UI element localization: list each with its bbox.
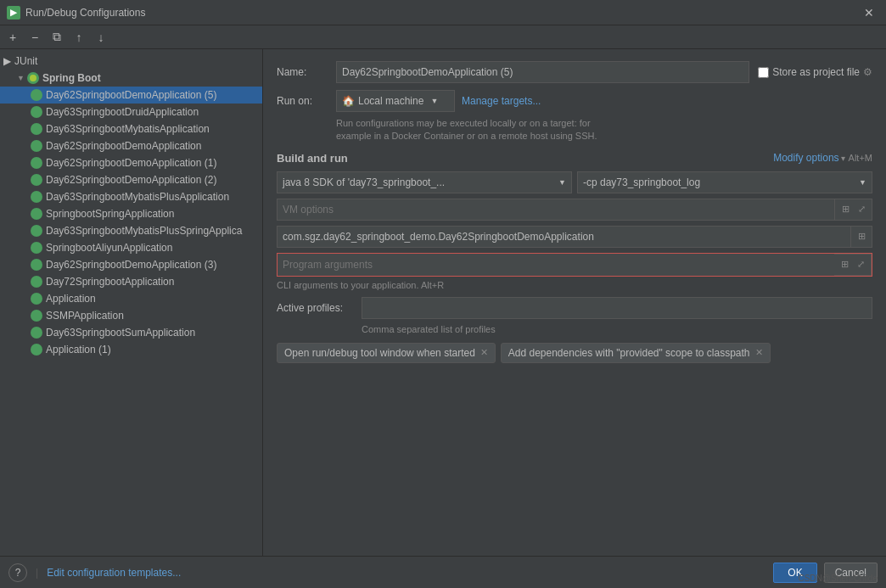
watermark: CSDN@Shen-Childe xyxy=(798,574,878,583)
main-class-icons: ⊞ xyxy=(851,226,872,248)
item-1-label: Day63SpringbootDruidApplication xyxy=(46,106,199,118)
main-class-input[interactable] xyxy=(277,226,851,248)
springboot-group-label: Spring Boot xyxy=(42,72,101,84)
tag-1: Add dependencies with "provided" scope t… xyxy=(501,343,771,363)
sidebar-item-6[interactable]: Day63SpringbootMybatisPlusApplication xyxy=(0,188,262,205)
close-button[interactable]: ✕ xyxy=(859,4,879,21)
sidebar-item-9[interactable]: SpringbootAliyunApplication xyxy=(0,239,262,256)
run-on-select[interactable]: 🏠 Local machine ▼ xyxy=(336,90,455,112)
sidebar-item-13[interactable]: SSMPApplication xyxy=(0,307,262,324)
move-up-button[interactable]: ↑ xyxy=(70,28,88,47)
vm-expand2-icon[interactable]: ⤢ xyxy=(855,203,868,216)
tag-0: Open run/debug tool window when started … xyxy=(277,343,496,363)
sdk-select[interactable]: java 8 SDK of 'day73_springboot_... ▼ xyxy=(277,171,572,193)
build-run-title: Build and run xyxy=(277,152,348,165)
profiles-hint: Comma separated list of profiles xyxy=(362,324,872,334)
sidebar-item-springboot-group[interactable]: ▼ Spring Boot xyxy=(0,70,262,87)
item-1-icon xyxy=(31,106,42,118)
item-0-icon xyxy=(31,89,42,101)
house-icon: 🏠 xyxy=(342,95,355,107)
name-row: Name: Store as project file ⚙ xyxy=(277,61,872,83)
item-7-label: SpringbootSpringApplication xyxy=(46,208,174,220)
sidebar-item-1[interactable]: Day63SpringbootDruidApplication xyxy=(0,104,262,120)
sidebar-item-4[interactable]: Day62SpringbootDemoApplication (1) xyxy=(0,154,262,171)
modify-arrow: ▾ xyxy=(841,154,845,163)
copy-config-button[interactable]: ⧉ xyxy=(48,28,66,47)
add-config-button[interactable]: + xyxy=(3,28,22,47)
sdk-value: java 8 SDK of 'day73_springboot_... xyxy=(283,176,445,188)
item-11-label: Day72SpringbootApplication xyxy=(46,276,174,288)
tag-0-close[interactable]: ✕ xyxy=(480,347,488,358)
item-6-label: Day63SpringbootMybatisPlusApplication xyxy=(46,191,229,203)
item-10-label: Day62SpringbootDemoApplication (3) xyxy=(46,259,216,271)
toolbar: + − ⧉ ↑ ↓ xyxy=(0,25,886,49)
sidebar-item-11[interactable]: Day72SpringbootApplication xyxy=(0,273,262,290)
sidebar-item-junit[interactable]: ▶ JUnit xyxy=(0,53,262,70)
program-args-icons: ⊞ ⤢ xyxy=(834,254,872,276)
sidebar-item-5[interactable]: Day62SpringbootDemoApplication (2) xyxy=(0,171,262,188)
item-8-label: Day63SpringbootMybatisPlusSpringApplica xyxy=(46,225,242,237)
sidebar-item-14[interactable]: Day63SpringbootSumApplication xyxy=(0,324,262,341)
vm-input-icons: ⊞ ⤢ xyxy=(835,199,872,221)
modify-options-button[interactable]: Modify options ▾ Alt+M xyxy=(773,152,872,164)
item-14-label: Day63SpringbootSumApplication xyxy=(46,327,195,339)
item-2-icon xyxy=(31,123,42,135)
name-label: Name: xyxy=(277,66,336,78)
move-down-button[interactable]: ↓ xyxy=(92,28,110,47)
item-15-label: Application (1) xyxy=(46,344,111,356)
profiles-input[interactable] xyxy=(362,297,872,319)
content-panel: Name: Store as project file ⚙ Run on: 🏠 … xyxy=(263,49,886,556)
section-header: Build and run Modify options ▾ Alt+M xyxy=(277,152,872,165)
profiles-label: Active profiles: xyxy=(277,302,362,314)
bottom-bar: ? | Edit configuration templates... OK C… xyxy=(0,556,886,588)
tag-1-close[interactable]: ✕ xyxy=(755,347,763,358)
store-checkbox[interactable] xyxy=(758,67,769,78)
item-9-icon xyxy=(31,242,42,254)
item-5-icon xyxy=(31,174,42,186)
main-expand-icon[interactable]: ⊞ xyxy=(855,230,868,244)
item-6-icon xyxy=(31,191,42,203)
program-args-row: ⊞ ⤢ xyxy=(277,253,872,277)
sidebar-item-8[interactable]: Day63SpringbootMybatisPlusSpringApplica xyxy=(0,222,262,239)
item-2-label: Day63SpringbootMybatisApplication xyxy=(46,123,210,135)
sidebar-item-0[interactable]: Day62SpringbootDemoApplication (5) xyxy=(0,87,262,104)
junit-arrow: ▶ xyxy=(3,55,11,67)
sidebar-item-10[interactable]: Day62SpringbootDemoApplication (3) xyxy=(0,256,262,273)
remove-config-button[interactable]: − xyxy=(25,28,44,47)
sidebar-item-7[interactable]: SpringbootSpringApplication xyxy=(0,205,262,222)
args-expand2-icon[interactable]: ⤢ xyxy=(854,258,867,272)
run-on-value: Local machine xyxy=(358,95,423,107)
sidebar: ▶ JUnit ▼ Spring Boot Day62SpringbootDem… xyxy=(0,49,263,556)
program-args-input[interactable] xyxy=(278,254,834,276)
vm-options-input[interactable] xyxy=(277,199,835,221)
main-layout: ▶ JUnit ▼ Spring Boot Day62SpringbootDem… xyxy=(0,49,886,556)
springboot-arrow: ▼ xyxy=(17,74,27,82)
vm-expand-icon[interactable]: ⊞ xyxy=(838,203,852,216)
sidebar-item-3[interactable]: Day62SpringbootDemoApplication xyxy=(0,137,262,154)
help-button[interactable]: ? xyxy=(8,563,27,582)
item-0-label: Day62SpringbootDemoApplication (5) xyxy=(46,89,216,101)
item-15-icon xyxy=(31,344,42,356)
sidebar-item-2[interactable]: Day63SpringbootMybatisApplication xyxy=(0,120,262,137)
hint-text: Run configurations may be executed local… xyxy=(336,117,872,143)
item-3-icon xyxy=(31,140,42,152)
cp-select[interactable]: -cp day73_springboot_log ▼ xyxy=(577,171,872,193)
store-checkbox-area: Store as project file ⚙ xyxy=(758,66,872,78)
divider: | xyxy=(36,567,38,579)
tag-0-label: Open run/debug tool window when started xyxy=(284,347,475,359)
item-12-icon xyxy=(31,293,42,305)
item-13-icon xyxy=(31,310,42,322)
sidebar-item-15[interactable]: Application (1) xyxy=(0,341,262,358)
item-3-label: Day62SpringbootDemoApplication xyxy=(46,140,201,152)
run-on-row: Run on: 🏠 Local machine ▼ Manage targets… xyxy=(277,90,872,112)
item-8-icon xyxy=(31,225,42,237)
name-input[interactable] xyxy=(336,61,749,83)
manage-targets-link[interactable]: Manage targets... xyxy=(462,95,541,107)
args-expand-icon[interactable]: ⊞ xyxy=(838,258,851,272)
sidebar-item-12[interactable]: Application xyxy=(0,290,262,307)
springboot-group-icon xyxy=(27,72,39,84)
item-5-label: Day62SpringbootDemoApplication (2) xyxy=(46,174,216,186)
edit-templates-link[interactable]: Edit configuration templates... xyxy=(47,567,181,579)
run-on-label: Run on: xyxy=(277,95,336,107)
store-settings-icon[interactable]: ⚙ xyxy=(863,66,872,78)
